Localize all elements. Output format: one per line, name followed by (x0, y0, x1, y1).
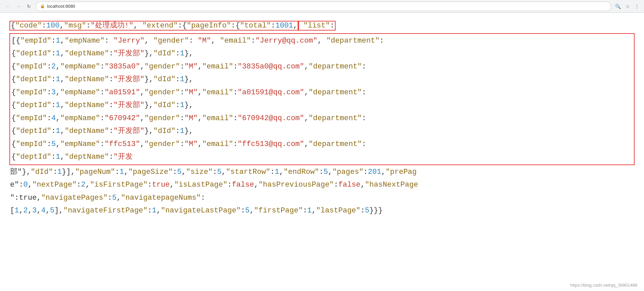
list-line-3: {"empId":2,"empName":"3835a0","gender":"… (11, 62, 366, 71)
list-line-2: {"deptId":1,"deptName":"开发部"},"dId":1}, (11, 49, 193, 58)
url-text: localhost:8080 (47, 4, 607, 9)
refresh-button[interactable]: ↻ (25, 3, 33, 10)
list-line-8: {"deptId":1,"deptName":"开发部"},"dId":1}, (11, 127, 193, 135)
nav-buttons: ← → ↻ (3, 3, 33, 10)
lock-icon: 🔒 (40, 4, 45, 9)
list-line-4: {"deptId":1,"deptName":"开发部"},"dId":1}, (11, 75, 193, 84)
list-line-1: [{"empId":1,"empName": "Jerry", "gender"… (11, 37, 384, 45)
line1: {"code":100,"msg":"处理成功!", "extend":{"pa… (10, 19, 634, 33)
list-line-7: {"empId":4,"empName":"670942","gender":"… (11, 114, 366, 123)
pagination-line-1: 部"},"dId":1}],"pageNum":1,"pageSize":5,"… (10, 168, 417, 176)
bookmark-icon[interactable]: ☆ (624, 3, 631, 10)
address-bar[interactable]: 🔒 localhost:8080 (36, 2, 611, 11)
pagination-line-4: [1,2,3,4,5],"navigateFirstPage":1,"navig… (10, 206, 383, 215)
line1-box2: "list": (298, 21, 335, 30)
list-line-5: {"empId":3,"empName":"a01591","gender":"… (11, 88, 366, 97)
content-area: {"code":100,"msg":"处理成功!", "extend":{"pa… (0, 13, 644, 224)
list-block: [{"empId":1,"empName": "Jerry", "gender"… (10, 34, 634, 164)
search-icon[interactable]: 🔍 (614, 3, 622, 10)
line1-box1: {"code":100,"msg":"处理成功!", "extend":{"pa… (10, 21, 298, 30)
list-line-6: {"deptId":1,"deptName":"开发部"},"dId":1}, (11, 101, 193, 109)
browser-action-icons: 🔍 ☆ ⋮ (614, 3, 641, 10)
pagination-line-2: e":0,"nextPage":2,"isFirstPage":true,"is… (10, 181, 418, 189)
list-line-9: {"empId":5,"empName":"ffc513","gender":"… (11, 140, 366, 148)
pagination-line-3: ":true,"navigatePages":5,"navigatepageNu… (10, 194, 205, 202)
pagination-lines: 部"},"dId":1}],"pageNum":1,"pageSize":5,"… (10, 166, 634, 217)
list-line-10: {"deptId":1,"deptName":"开发 (11, 153, 133, 161)
menu-icon[interactable]: ⋮ (633, 3, 641, 10)
json-response: {"code":100,"msg":"处理成功!", "extend":{"pa… (10, 19, 634, 217)
back-button[interactable]: ← (3, 3, 13, 10)
browser-toolbar: ← → ↻ 🔒 localhost:8080 🔍 ☆ ⋮ (0, 0, 644, 13)
watermark: https://blog.csdn.net/qq_36901488 (570, 283, 638, 288)
forward-button[interactable]: → (14, 3, 24, 10)
